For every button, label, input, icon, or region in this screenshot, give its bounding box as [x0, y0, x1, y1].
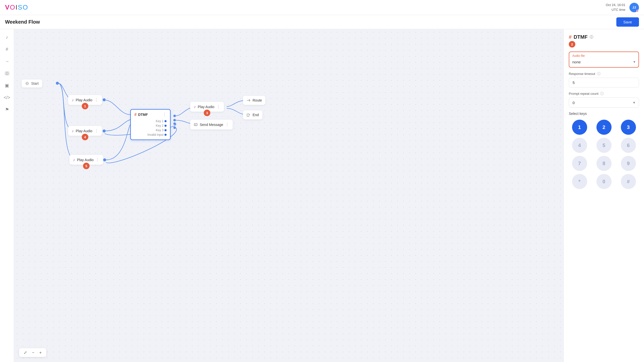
response-timeout-label: Response timeout ⓘ	[569, 72, 639, 76]
play-audio-3-label: Play Audio	[198, 105, 214, 109]
send-message-node[interactable]: Send Message ⋮	[190, 120, 233, 129]
prompt-repeat-arrow-icon: ▾	[633, 100, 635, 105]
header-right: Oct 24, 16:01 UTC time JJ	[606, 3, 639, 12]
sidebar-icon-code[interactable]: </>	[2, 93, 12, 103]
audio-file-select[interactable]: none ▾	[571, 58, 636, 66]
avatar[interactable]: JJ	[629, 3, 639, 12]
sidebar-icon-flag[interactable]: ⚑	[2, 105, 12, 115]
panel-hash-icon: #	[569, 34, 572, 40]
play-audio-node-1[interactable]: ♪ Play Audio ⋮ 1	[68, 95, 102, 105]
node-menu-4[interactable]: ⋮	[94, 128, 98, 133]
canvas-controls: ⤢ − +	[19, 348, 46, 357]
end-label: End	[253, 113, 259, 117]
logo-o2: O	[23, 4, 28, 11]
save-button[interactable]: Save	[616, 17, 639, 27]
zoom-out-button[interactable]: −	[30, 350, 36, 355]
node-menu-5[interactable]: ⋮	[96, 157, 100, 162]
audio-file-field-box: Audio file none ▾	[569, 52, 639, 68]
logo: V O I S O	[5, 4, 28, 11]
node-menu-3[interactable]: ⋮	[216, 104, 220, 109]
dtmf-node[interactable]: # DTMF ⋮ Key 1 Key 2 Key 3 Invalid input	[130, 109, 171, 140]
key-button-4[interactable]: 4	[572, 138, 587, 153]
page-title: Weekend Flow	[5, 19, 40, 25]
node-menu-1[interactable]: ⋮	[94, 98, 98, 102]
fit-button[interactable]: ⤢	[22, 350, 28, 355]
select-keys-title: Select keys	[569, 112, 639, 116]
audio-file-label: Audio file	[571, 53, 636, 58]
play-audio-node-3[interactable]: ♪ Play Audio ⋮ 3	[190, 102, 224, 112]
key-button-5[interactable]: 5	[596, 138, 612, 153]
zoom-in-button[interactable]: +	[38, 350, 43, 355]
music-icon-5: ♪	[73, 158, 75, 162]
dtmf-keys: Key 1 Key 2 Key 3 Invalid input	[134, 119, 167, 137]
svg-point-10	[173, 122, 176, 125]
dtmf-invalid-label: Invalid input	[147, 133, 164, 137]
sidebar-icon-music[interactable]: ♪	[2, 32, 12, 42]
panel-title: # DTMF ⓘ	[569, 34, 639, 40]
panel-info-icon[interactable]: ⓘ	[590, 35, 593, 39]
end-node[interactable]: End	[243, 110, 262, 119]
audio-file-value: none	[572, 60, 581, 64]
logo-o1: O	[10, 4, 15, 11]
play-audio-node-5[interactable]: ♪ Play Audio ⋮ 5	[69, 155, 103, 165]
dtmf-menu[interactable]: ⋮	[163, 112, 167, 117]
avatar-status-dot	[636, 10, 639, 12]
prompt-repeat-info-icon[interactable]: ⓘ	[600, 92, 604, 96]
sidebar-icon-arrow[interactable]: →	[2, 56, 12, 66]
key-button-3[interactable]: 3	[621, 120, 636, 135]
music-icon-3: ♪	[194, 105, 196, 109]
key-button-1[interactable]: 1	[572, 120, 587, 135]
svg-point-5	[103, 129, 106, 132]
svg-rect-12	[247, 114, 249, 116]
keys-grid: 123456789*0#	[569, 120, 639, 189]
send-message-menu[interactable]: ⋮	[225, 122, 229, 127]
play-audio-5-label: Play Audio	[77, 158, 94, 162]
prompt-repeat-label: Prompt repeat count ⓘ	[569, 92, 639, 96]
key-button-7[interactable]: 7	[572, 156, 587, 171]
key-button-*[interactable]: *	[572, 174, 587, 189]
main-layout: ♪ # → ▣ </> ⚑	[0, 29, 644, 362]
canvas[interactable]: Start ♪ Play Audio ⋮ 1 ♪ Play Audio ⋮ 4 …	[14, 29, 564, 362]
key-button-9[interactable]: 9	[621, 156, 636, 171]
play-audio-4-label: Play Audio	[76, 129, 92, 133]
svg-point-4	[103, 98, 106, 101]
node-badge-3: 3	[204, 110, 210, 116]
music-icon-1: ♪	[72, 98, 74, 102]
sidebar-icon-hash[interactable]: #	[2, 44, 12, 54]
svg-point-0	[6, 72, 8, 75]
dtmf-key3-label: Key 3	[156, 128, 164, 132]
key-button-0[interactable]: 0	[596, 174, 612, 189]
avatar-initials: JJ	[632, 6, 636, 9]
logo-i: I	[16, 4, 17, 11]
music-icon-4: ♪	[72, 129, 74, 133]
start-node[interactable]: Start	[22, 79, 42, 87]
svg-point-7	[56, 82, 59, 85]
sidebar-icon-wave[interactable]	[2, 68, 12, 78]
response-timeout-group: Response timeout ⓘ	[569, 72, 639, 87]
key-button-2[interactable]: 2	[596, 120, 612, 135]
dtmf-key1-label: Key 1	[156, 119, 164, 123]
svg-point-8	[173, 115, 176, 117]
timezone-text: UTC time	[606, 8, 625, 12]
key-button-6[interactable]: 6	[621, 138, 636, 153]
start-label: Start	[31, 81, 39, 85]
svg-point-9	[173, 119, 176, 121]
key-button-8[interactable]: 8	[596, 156, 612, 171]
prompt-repeat-select[interactable]: 0 ▾	[569, 98, 639, 108]
dtmf-label: DTMF	[138, 113, 148, 117]
route-node[interactable]: Route	[243, 96, 265, 105]
audio-file-arrow-icon: ▾	[633, 60, 635, 64]
play-audio-node-4[interactable]: ♪ Play Audio ⋮ 4	[68, 126, 102, 136]
response-timeout-info-icon[interactable]: ⓘ	[597, 72, 600, 76]
response-timeout-input[interactable]	[569, 78, 639, 87]
right-panel: # DTMF ⓘ 2 Audio file none ▾ Response ti…	[564, 29, 644, 362]
left-sidebar: ♪ # → ▣ </> ⚑	[0, 29, 14, 362]
node-badge-5: 5	[83, 163, 90, 169]
key-button-#[interactable]: #	[621, 174, 636, 189]
svg-point-11	[173, 126, 176, 129]
datetime: Oct 24, 16:01 UTC time	[606, 3, 625, 12]
sidebar-icon-message[interactable]: ▣	[2, 80, 12, 90]
select-keys-section: Select keys 123456789*0#	[569, 112, 639, 189]
svg-point-6	[103, 158, 106, 161]
panel-title-text: DTMF	[574, 34, 588, 40]
